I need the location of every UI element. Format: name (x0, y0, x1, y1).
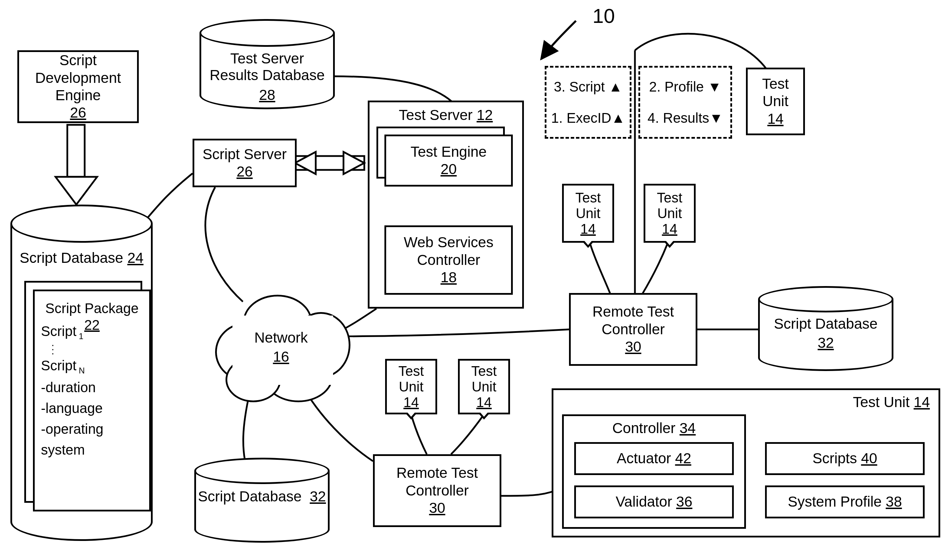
svg-marker-2 (295, 152, 316, 174)
arrow-up-icon: ▲ (611, 110, 625, 126)
test-unit-tag-l2: Test Unit 14 (458, 359, 510, 414)
web-services-title: Web Services Controller (404, 234, 493, 269)
results-db-cylinder: Test Server Results Database 28 (199, 19, 335, 109)
script-server-num: 26 (237, 163, 253, 180)
script-package-lines: Script 1 ··· Script N -duration -languag… (41, 321, 149, 460)
controller-label: Controller 34 (612, 420, 696, 437)
script-db-main-num: 24 (127, 250, 143, 266)
network-title: Network (212, 329, 350, 346)
figure-reference-num: 10 (593, 4, 615, 28)
system-profile-label: System Profile 38 (788, 493, 902, 511)
remote-test-controller-lower: Remote Test Controller 30 (373, 454, 501, 527)
actuator-label: Actuator 42 (617, 450, 692, 467)
ellipsis-icon: ··· (41, 343, 149, 355)
test-unit-detail-title: Test Unit (853, 394, 909, 410)
exchange-profile-down: 2. Profile ▼ (649, 78, 722, 95)
rtc-upper-title: Remote Test Controller (593, 303, 674, 338)
svg-rect-5 (67, 125, 85, 177)
network-cloud: Network 16 (212, 291, 350, 402)
script-db-lower-num: 32 (310, 488, 326, 505)
test-server-title: Test Server (399, 107, 473, 123)
script-package-box: Script Package 22 Script 1 ··· Script N … (33, 289, 151, 511)
script-db-lower-title: Script Database (198, 488, 302, 505)
script-db-right-num: 32 (758, 335, 893, 351)
exchange-script-up: 3. Script ▲ (554, 78, 622, 95)
arrow-down-icon: ▼ (709, 110, 723, 126)
test-engine-box: Test Engine 20 (384, 135, 513, 186)
test-unit-tag-u1: Test Unit 14 (562, 184, 614, 243)
results-db-title: Test Server Results Database (199, 50, 335, 83)
script-attr-language: -language (41, 398, 149, 418)
scripts-box: Scripts 40 (765, 442, 925, 475)
test-engine-title: Test Engine (410, 143, 486, 160)
exchange-execid-up: 1. ExecID▲ (551, 109, 625, 126)
web-services-box: Web Services Controller 18 (384, 225, 513, 295)
svg-marker-3 (344, 152, 364, 174)
script-server-box: Script Server 26 (193, 139, 297, 187)
validator-box: Validator 36 (574, 485, 734, 518)
web-services-num: 18 (441, 269, 457, 286)
test-unit-top-right: Test Unit 14 (746, 68, 805, 135)
exchange-results-down: 4. Results▼ (647, 109, 723, 126)
script-attr-os: -operating system (41, 418, 149, 460)
figure-reference: 10 (583, 2, 624, 30)
test-engine-num: 20 (441, 160, 457, 178)
script-dev-engine-num: 26 (70, 104, 86, 122)
network-num: 16 (212, 348, 350, 365)
system-profile-box: System Profile 38 (765, 485, 925, 518)
actuator-box: Actuator 42 (574, 442, 734, 475)
scripts-label: Scripts 40 (812, 450, 877, 467)
test-unit-tag-l1: Test Unit 14 (385, 359, 437, 414)
script-dev-engine-box: Script Development Engine 26 (17, 50, 139, 123)
controller-title: Controller (612, 420, 675, 436)
results-db-num: 28 (199, 87, 335, 103)
svg-marker-6 (55, 177, 97, 205)
script-line-n: Script N (41, 355, 149, 377)
script-db-main-label: Script Database 24 (11, 250, 153, 266)
exchange-left-box: 3. Script ▲ 1. ExecID▲ (545, 66, 632, 139)
controller-num: 34 (680, 420, 696, 436)
script-db-right-cylinder: Script Database 32 (758, 286, 893, 371)
rtc-lower-title: Remote Test Controller (396, 464, 478, 499)
validator-label: Validator 36 (615, 493, 692, 511)
script-db-lower-label: Script Database 32 (194, 488, 330, 505)
rtc-upper-num: 30 (625, 338, 641, 355)
arrow-up-icon: ▲ (609, 79, 623, 94)
test-unit-detail-num: 14 (914, 394, 930, 410)
svg-rect-1 (295, 156, 364, 170)
script-package-title: Script Package (45, 301, 139, 316)
script-dev-engine-title: Script Development Engine (19, 52, 137, 104)
script-db-lower-cylinder: Script Database 32 (194, 458, 330, 543)
script-server-title: Script Server (203, 146, 287, 163)
script-db-main-title: Script Database (19, 250, 123, 266)
test-server-label: Test Server 12 (399, 106, 493, 124)
test-server-num: 12 (477, 107, 493, 123)
test-unit-tag-u2: Test Unit 14 (644, 184, 696, 243)
script-db-right-title: Script Database (758, 315, 893, 332)
rtc-lower-num: 30 (429, 499, 445, 517)
exchange-right-box: 2. Profile ▼ 4. Results▼ (638, 66, 732, 139)
test-unit-detail-label: Test Unit 14 (853, 394, 930, 411)
remote-test-controller-upper: Remote Test Controller 30 (569, 293, 697, 366)
script-attr-duration: -duration (41, 377, 149, 398)
script-line-1: Script 1 (41, 321, 149, 343)
arrow-down-icon: ▼ (708, 79, 722, 94)
